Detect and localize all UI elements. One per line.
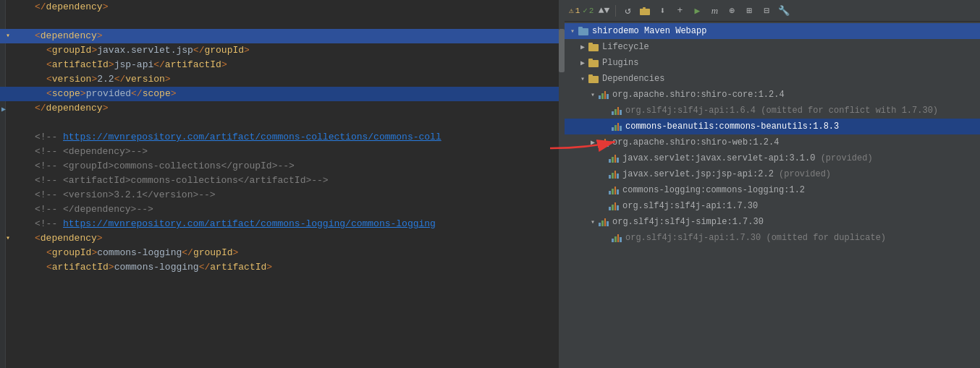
code-line — [0, 14, 565, 29]
maven-tree[interactable]: ▾ shirodemo Maven Webapp ▶ Lifecycle ▶ — [565, 22, 980, 368]
fold-icon: ▾ — [6, 29, 14, 43]
download-btn[interactable]: ⬇ — [655, 4, 669, 18]
tree-expand-placeholder — [601, 103, 611, 119]
slf4j-simple-icon — [598, 216, 609, 228]
shiro-web-icon — [598, 137, 609, 148]
tree-expand-slf4j-simple[interactable]: ▾ — [588, 214, 598, 230]
deps-icon — [588, 73, 599, 85]
tree-expand-lifecycle[interactable]: ▶ — [578, 39, 588, 55]
settings-btn[interactable]: 🔧 — [777, 4, 791, 18]
separator — [615, 5, 616, 17]
maven-btn[interactable]: m — [707, 4, 722, 18]
code-line-dependency-close: ▶ </dependency> — [0, 101, 565, 116]
logging-icon — [608, 184, 620, 196]
tree-plugins[interactable]: ▶ Plugins — [565, 55, 980, 71]
tree-shiro-core[interactable]: ▾ org.apache.shiro:shiro-core:1.2.4 — [565, 87, 980, 103]
run-btn[interactable]: ▶ — [690, 4, 704, 18]
code-line-scope: <scope>provided</scope> — [0, 87, 565, 101]
tree-slf4j-dup[interactable]: org.slf4j:slf4j-api:1.7.30 (omitted for … — [565, 230, 980, 246]
shiro-web-label: org.apache.shiro:shiro-web:1.2.4 — [612, 137, 779, 147]
tree-slf4j-api[interactable]: org.slf4j:slf4j-api:1.7.30 — [565, 198, 980, 214]
plugin-btn[interactable]: ⊕ — [725, 4, 739, 18]
jsp-icon — [608, 168, 620, 180]
tree-commons-beanutils[interactable]: commons-beanutils:commons-beanutils:1.8.… — [565, 119, 980, 134]
collapse-btn[interactable]: ⊟ — [759, 4, 774, 18]
code-line-comment: <!-- </dependency>--> — [0, 202, 565, 217]
arrow-indicator: ▶ — [1, 103, 6, 117]
plugins-label: Plugins — [602, 58, 638, 68]
tree-expand-jsp — [598, 166, 608, 182]
lifecycle-icon — [588, 41, 599, 53]
beanutils-label: commons-beanutils:commons-beanutils:1.8.… — [625, 121, 839, 132]
logging-label: commons-logging:commons-logging:1.2 — [622, 185, 805, 195]
code-line: <artifactId>commons-logging</artifactId> — [0, 260, 565, 275]
warning-badge: ⚠ 1 — [569, 6, 580, 15]
success-count: 2 — [589, 7, 594, 15]
success-badge: ✓ 2 — [583, 6, 594, 15]
slf4j-omit-icon — [611, 105, 622, 116]
warning-count: 1 — [575, 7, 580, 15]
tree-expand-slf4j — [598, 198, 608, 214]
servlet-label: javax.servlet:javax.servlet-api:3.1.0 (p… — [622, 153, 873, 163]
shiro-core-icon — [598, 89, 609, 100]
plugins-icon — [588, 57, 599, 69]
tree-expand-dup-placeholder — [601, 230, 611, 246]
root-label: shirodemo Maven Webapp — [592, 26, 706, 36]
code-line-comment: <!-- <groupId>commons-collections</group… — [0, 159, 565, 174]
tree-expand-servlet — [598, 150, 608, 166]
jsp-label: javax.servlet.jsp:jsp-api:2.2 (provided) — [622, 169, 831, 179]
slf4j-simple-label: org.slf4j:slf4j-simple:1.7.30 — [612, 217, 764, 227]
editor-scrollbar[interactable] — [559, 0, 565, 368]
code-editor: </dependency> ▾ <dependency> <groupId>ja… — [0, 0, 565, 368]
code-content[interactable]: </dependency> ▾ <dependency> <groupId>ja… — [0, 0, 565, 368]
tree-expand-root[interactable]: ▾ — [567, 23, 578, 39]
code-line-comment: <!-- <dependency>--> — [0, 145, 565, 159]
svg-rect-10 — [588, 74, 593, 77]
tree-dependencies[interactable]: ▾ Dependencies — [565, 71, 980, 87]
tree-slf4j-simple[interactable]: ▾ org.slf4j:slf4j-simple:1.7.30 — [565, 214, 980, 230]
svg-rect-2 — [643, 7, 646, 9]
tree-lifecycle[interactable]: ▶ Lifecycle — [565, 39, 980, 55]
code-line-comment: <!-- <artifactId>commons-collections</ar… — [0, 174, 565, 188]
tree-root[interactable]: ▾ shirodemo Maven Webapp — [565, 23, 980, 39]
project-icon — [578, 25, 589, 37]
svg-rect-1 — [640, 9, 644, 10]
slf4j-dup-icon — [611, 232, 622, 244]
svg-rect-6 — [588, 43, 593, 46]
sort-btn[interactable]: ▲▼ — [596, 4, 611, 18]
tree-slf4j-api-omit[interactable]: org.slf4j:slf4j-api:1.6.4 (omitted for c… — [565, 103, 980, 119]
code-line-dependency-open: ▾ <dependency> — [0, 29, 565, 43]
maven-toolbar: ⚠ 1 ✓ 2 ▲▼ ↺ ⬇ + ▶ m ⊕ ⊞ ⊟ 🔧 — [565, 0, 980, 22]
svg-rect-8 — [588, 59, 593, 61]
code-line-dependency2: ▾ <dependency> — [0, 231, 565, 246]
tree-jsp-api[interactable]: javax.servlet.jsp:jsp-api:2.2 (provided) — [565, 166, 980, 182]
lifecycle-label: Lifecycle — [602, 42, 649, 52]
code-line-comment: <!-- https://mvnrepository.com/artifact/… — [0, 130, 565, 145]
tree-expand-logging — [598, 182, 608, 198]
refresh-btn[interactable]: ↺ — [620, 4, 635, 18]
slf4j-dup-label: org.slf4j:slf4j-api:1.7.30 (omitted for … — [625, 233, 886, 243]
slf4j-icon — [608, 200, 620, 212]
maven-panel: ⚠ 1 ✓ 2 ▲▼ ↺ ⬇ + ▶ m ⊕ ⊞ ⊟ 🔧 — [565, 0, 980, 368]
servlet-icon — [608, 153, 620, 164]
tree-expand-plugins[interactable]: ▶ — [578, 55, 588, 71]
code-line-comment: <!-- https://mvnrepository.com/artifact/… — [0, 217, 565, 231]
code-line: <groupId>javax.servlet.jsp</groupId> — [0, 43, 565, 58]
tree-expand-shiro-core[interactable]: ▾ — [588, 87, 598, 103]
tree-expand-shiro-web[interactable]: ▶ — [588, 134, 598, 150]
code-line — [0, 116, 565, 130]
tree-commons-logging[interactable]: commons-logging:commons-logging:1.2 — [565, 182, 980, 198]
scrollbar-thumb[interactable] — [559, 29, 565, 72]
tree-expand-deps[interactable]: ▾ — [578, 71, 588, 87]
slf4j-label: org.slf4j:slf4j-api:1.7.30 — [622, 201, 758, 211]
code-line: <groupId>commons-logging</groupId> — [0, 246, 565, 260]
code-line-comment: <!-- <version>3.2.1</version>--> — [0, 188, 565, 202]
folder-btn[interactable] — [638, 4, 652, 18]
tree-servlet-api[interactable]: javax.servlet:javax.servlet-api:3.1.0 (p… — [565, 150, 980, 166]
add-btn[interactable]: + — [672, 4, 687, 18]
tree-shiro-web[interactable]: ▶ org.apache.shiro:shiro-web:1.2.4 — [565, 134, 980, 150]
svg-rect-4 — [578, 27, 583, 30]
expand-btn[interactable]: ⊞ — [742, 4, 756, 18]
slf4j-omit-label: org.slf4j:slf4j-api:1.6.4 (omitted for c… — [625, 106, 938, 116]
beanutils-icon — [611, 121, 622, 132]
